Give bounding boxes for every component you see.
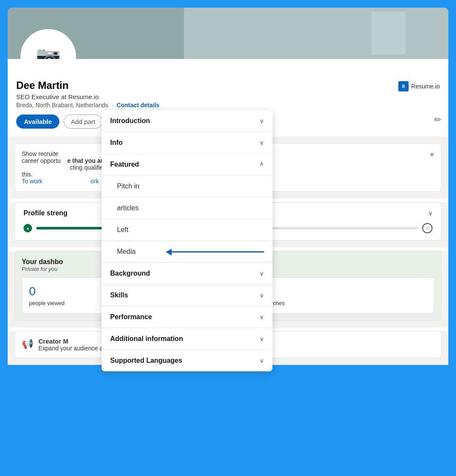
dropdown-item-skills[interactable]: Skills ∨ [102,285,272,306]
close-icon: × [430,150,434,159]
contact-details-link[interactable]: Contact details [117,102,159,109]
performance-label: Performance [110,313,152,321]
articles-label: articles [110,204,139,212]
close-banner-button[interactable]: × [430,150,434,159]
ork-link[interactable]: ork [91,178,99,185]
company-badge: R Resume.io [398,81,440,91]
dropdown-item-articles[interactable]: articles [102,197,272,219]
chevron-down-icon: ∨ [260,314,264,320]
chevron-down-icon: ∨ [260,139,264,146]
profile-right: R Resume.io [398,81,440,91]
available-button[interactable]: Available [16,115,59,129]
avatar: 📷 [20,29,76,59]
blue-arrow-container [170,251,264,253]
chevron-down-icon: ∨ [260,357,264,364]
pitch-in-label: Pitch in [110,182,139,190]
background-label: Background [110,270,150,277]
banner-overlay [184,8,448,59]
dropdown-item-info[interactable]: Info ∨ [102,132,272,154]
company-name: Resume.io [411,83,440,90]
chevron-down-icon: ∨ [260,270,264,277]
introduction-label: Introduction [110,117,150,125]
profile-location: Breda, North Brabant, Netherlands · Cont… [16,102,159,109]
profile-name: Dee Martin [16,79,159,91]
dropdown-item-additional-info[interactable]: Additional information ∨ [102,328,272,350]
supported-languages-label: Supported Languages [110,357,182,364]
profile-info: Dee Martin SEO Executive at Resume.io Br… [16,59,440,109]
camera-icon: 📷 [35,45,61,59]
profile-section: ✏ Dee Martin SEO Executive at Resume.io … [8,59,448,365]
dropdown-item-left[interactable]: Left [102,219,272,241]
add-part-button[interactable]: Add part [64,115,102,129]
chevron-down-icon: ∨ [260,118,264,124]
dropdown-item-performance[interactable]: Performance ∨ [102,306,272,328]
action-buttons: Available Add part More Introduction ∨ I… [16,115,440,129]
featured-label: Featured [110,161,139,168]
chevron-up-icon: ∨ [260,161,264,168]
chevron-down-icon: ∨ [260,292,264,299]
additional-info-label: Additional information [110,335,183,343]
profile-left: Dee Martin SEO Executive at Resume.io Br… [16,79,159,109]
company-icon: R [398,81,409,91]
dropdown-item-pitch-in[interactable]: Pitch in [102,176,272,197]
strength-title: Profile streng [23,209,67,217]
strength-start-dot: ● [23,224,32,232]
profile-banner: 📷 [8,8,448,59]
to-work-link[interactable]: To work [22,178,42,185]
media-label: Media [110,248,136,256]
dropdown-item-introduction[interactable]: Introduction ∨ [102,110,272,132]
strength-end-dot: ☆ [422,223,433,233]
star-icon: ☆ [425,225,430,231]
banner-shape [371,12,406,55]
profile-title: SEO Executive at Resume.io [16,93,159,100]
dropdown-item-supported-languages[interactable]: Supported Languages ∨ [102,350,272,371]
chevron-down-icon: ∨ [260,335,264,342]
left-label: Left [110,226,129,234]
info-label: Info [110,139,123,147]
more-dropdown: Introduction ∨ Info ∨ Featured ∨ [102,110,272,371]
profile-card: 📷 ✏ Dee Martin SEO Executive at Resume.i… [8,8,448,365]
blue-arrow-icon [170,251,264,253]
chevron-down-icon: ∨ [428,210,433,217]
dropdown-item-media[interactable]: Media [102,241,272,263]
dropdown-item-featured[interactable]: Featured ∨ [102,154,272,176]
skills-label: Skills [110,291,128,299]
creator-megaphone-icon: 📢 [22,338,33,350]
dropdown-item-background[interactable]: Background ∨ [102,263,272,285]
